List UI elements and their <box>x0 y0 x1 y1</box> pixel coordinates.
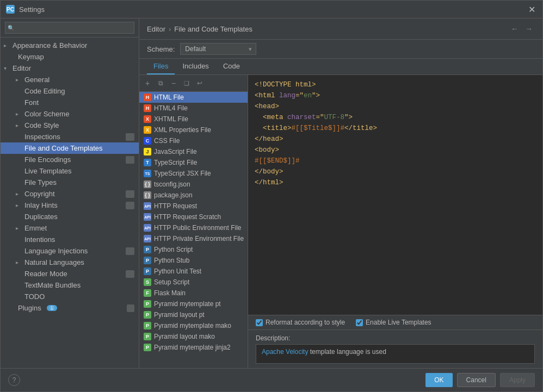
sidebar-item-todo[interactable]: TODO <box>1 291 139 302</box>
apply-button[interactable]: Apply <box>500 373 535 387</box>
copyright-badge <box>126 190 134 198</box>
sidebar-item-file-types[interactable]: File Types <box>1 177 139 188</box>
file-item-http-request[interactable]: API HTTP Request <box>139 201 248 211</box>
close-button[interactable]: ✕ <box>526 4 537 15</box>
sidebar-item-textmate-bundles[interactable]: TextMate Bundles <box>1 279 139 291</box>
sidebar-item-duplicates[interactable]: Duplicates <box>1 211 139 222</box>
description-box: Apache Velocity template language is use… <box>256 344 535 364</box>
sidebar-item-intentions[interactable]: Intentions <box>1 234 139 245</box>
sidebar-item-label: Duplicates <box>24 213 58 221</box>
sidebar-item-natural-languages[interactable]: ▸ Natural Languages <box>1 257 139 268</box>
sidebar-item-label: Code Style <box>24 121 59 129</box>
file-item-label: XML Properties File <box>154 126 211 134</box>
file-item-pyramid-layout-pt[interactable]: P Pyramid layout pt <box>139 309 248 320</box>
sidebar-item-appearance[interactable]: ▸ Appearance & Behavior <box>1 40 139 51</box>
file-item-html[interactable]: H HTML File <box>139 92 248 103</box>
sidebar-item-label: Inspections <box>24 133 60 141</box>
copy-button[interactable]: ⧉ <box>155 77 166 89</box>
sidebar-item-general[interactable]: ▸ General <box>1 74 139 85</box>
title-bar-title: Settings <box>19 5 45 14</box>
code-editor[interactable]: <!DOCTYPE html> <html lang="en"> <head> … <box>248 75 542 315</box>
arrow-icon: ▸ <box>4 42 10 48</box>
sidebar-item-plugins[interactable]: Plugins ① <box>1 302 139 314</box>
sidebar-item-color-scheme[interactable]: ▸ Color Scheme <box>1 108 139 120</box>
sidebar-item-label: Editor <box>13 64 31 72</box>
ts-file-icon: T <box>144 159 151 166</box>
sidebar-item-language-injections[interactable]: Language Injections <box>1 245 139 257</box>
reset-button[interactable]: ↩ <box>194 77 206 89</box>
sidebar-item-label: Emmet <box>24 224 47 232</box>
file-item-label: Setup Script <box>154 278 189 286</box>
settings-dialog: PC Settings ✕ ▸ Appearance & Behavior <box>0 0 543 392</box>
sidebar-item-emmet[interactable]: ▸ Emmet <box>1 222 139 234</box>
code-line: <html lang="en"> <box>255 90 536 101</box>
nav-forward-button[interactable]: → <box>523 23 535 35</box>
css-file-icon: C <box>144 137 151 145</box>
help-button[interactable]: ? <box>8 374 20 386</box>
file-item-pyramid-layout-mako[interactable]: P Pyramid layout mako <box>139 331 248 342</box>
sidebar-item-file-encodings[interactable]: File Encodings <box>1 154 139 165</box>
ok-button[interactable]: OK <box>425 373 452 387</box>
file-item-http-private[interactable]: API HTTP Private Environment File <box>139 233 248 244</box>
add-button[interactable]: + <box>141 77 153 89</box>
file-item-pyramid-pt[interactable]: P Pyramid mytemplate pt <box>139 298 248 309</box>
sidebar-item-live-templates[interactable]: Live Templates <box>1 165 139 177</box>
sidebar-item-label: TextMate Bundles <box>24 281 81 289</box>
duplicate-button[interactable]: ❏ <box>181 77 193 89</box>
remove-button[interactable]: − <box>168 77 180 89</box>
sidebar-item-code-editing[interactable]: Code Editing <box>1 85 139 97</box>
panel-header: Editor › File and Code Templates ← → <box>139 18 542 40</box>
file-item-pyramid-jinja2[interactable]: P Pyramid mytemplate jinja2 <box>139 342 248 353</box>
live-templates-checkbox[interactable] <box>356 319 363 326</box>
flask-main-icon: F <box>144 289 151 297</box>
file-item-setup-script[interactable]: S Setup Script <box>139 277 248 288</box>
bottom-bar-left: ? <box>8 374 20 386</box>
file-item-http-public[interactable]: API HTTP Public Environment File <box>139 222 248 233</box>
bottom-bar-right: OK Cancel Apply <box>425 373 535 387</box>
sidebar-item-font[interactable]: Font <box>1 97 139 108</box>
tab-code[interactable]: Code <box>217 59 246 74</box>
arrow-icon: ▸ <box>16 225 22 231</box>
sidebar-item-file-and-code-templates[interactable]: File and Code Templates <box>1 142 139 154</box>
sidebar-item-keymap[interactable]: Keymap <box>1 51 139 63</box>
sidebar-item-code-style[interactable]: ▸ Code Style <box>1 120 139 131</box>
file-item-tsconfig[interactable]: { } tsconfig.json <box>139 179 248 190</box>
sidebar-item-reader-mode[interactable]: Reader Mode <box>1 268 139 279</box>
reformat-checkbox[interactable] <box>256 319 263 326</box>
tab-includes[interactable]: Includes <box>176 59 215 74</box>
file-item-python-unit-test[interactable]: P Python Unit Test <box>139 266 248 277</box>
scheme-label: Scheme: <box>147 45 175 53</box>
sidebar-item-inspections[interactable]: Inspections <box>1 131 139 142</box>
file-item-css[interactable]: C CSS File <box>139 135 248 146</box>
apache-velocity-link[interactable]: Apache Velocity <box>262 348 308 356</box>
file-item-package-json[interactable]: { } package.json <box>139 190 248 201</box>
code-line: #[[$END$]]# <box>255 155 536 166</box>
sidebar-item-label: Plugins <box>18 304 41 312</box>
file-item-xml-properties[interactable]: X XML Properties File <box>139 125 248 135</box>
live-templates-checkbox-label[interactable]: Enable Live Templates <box>356 319 431 326</box>
file-item-xhtml[interactable]: X XHTML File <box>139 114 248 125</box>
file-item-ts[interactable]: T TypeScript File <box>139 157 248 168</box>
file-item-tsx[interactable]: TS TypeScript JSX File <box>139 168 248 179</box>
file-item-pyramid-mako[interactable]: P Pyramid mytemplate mako <box>139 320 248 331</box>
arrow-icon: ▸ <box>16 259 22 265</box>
sidebar-item-inlay-hints[interactable]: ▸ Inlay Hints <box>1 200 139 211</box>
xml-file-icon: X <box>144 126 151 134</box>
scheme-select[interactable]: Default Project <box>180 43 256 55</box>
file-item-python-script[interactable]: P Python Script <box>139 244 248 255</box>
search-input[interactable] <box>5 22 134 34</box>
sidebar-item-copyright[interactable]: ▸ Copyright <box>1 188 139 200</box>
file-item-http-scratch[interactable]: API HTTP Request Scratch <box>139 211 248 222</box>
file-item-js[interactable]: J JavaScript File <box>139 146 248 157</box>
cancel-button[interactable]: Cancel <box>457 373 496 387</box>
code-line: </html> <box>255 177 536 188</box>
sidebar-item-editor[interactable]: ▾ Editor <box>1 63 139 74</box>
file-item-python-stub[interactable]: P Python Stub <box>139 255 248 266</box>
tab-files[interactable]: Files <box>147 59 175 74</box>
file-item-flask-main[interactable]: F Flask Main <box>139 288 248 298</box>
nav-back-button[interactable]: ← <box>509 23 521 35</box>
sidebar-item-label: Natural Languages <box>24 258 84 266</box>
reformat-checkbox-label[interactable]: Reformat according to style <box>256 319 345 326</box>
file-item-html4[interactable]: H HTML4 File <box>139 103 248 114</box>
breadcrumb-separator: › <box>169 25 171 33</box>
